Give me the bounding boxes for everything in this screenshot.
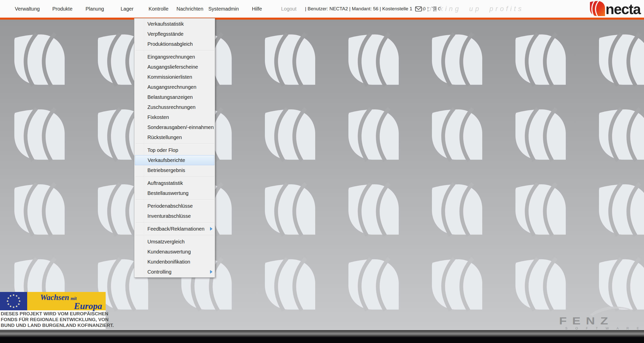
dropdown-item-label: Controlling	[147, 269, 172, 275]
dropdown-item-label: Top oder Flop	[147, 147, 178, 153]
footer-black-bar	[0, 337, 644, 343]
necta-logo: necta	[590, 1, 640, 17]
logo-wordmark: necta	[606, 2, 640, 16]
dropdown-separator	[136, 144, 214, 144]
dropdown-item-label: Auftragsstatistik	[147, 180, 183, 186]
dropdown-item-label: Kundenbonifikation	[147, 259, 190, 265]
dropdown-item-label: Rückstellungen	[147, 135, 182, 140]
dropdown-item-umsatzvergleich[interactable]: Umsatzvergleich	[134, 237, 215, 247]
dropdown-item-feedback-reklamationen[interactable]: Feedback/Reklamationen	[134, 224, 215, 234]
dropdown-item-ausgangslieferscheine[interactable]: Ausgangslieferscheine	[134, 62, 215, 72]
dropdown-item-label: Betriebsergebnis	[147, 167, 185, 173]
dropdown-item-periodenabschlüsse[interactable]: Periodenabschlüsse	[134, 201, 215, 211]
eu-funding-banner: Wachsenmit Europa DIESES PROJEKT WIRD VO…	[0, 292, 106, 329]
menubar-item-kontrolle[interactable]: Kontrolle	[149, 6, 169, 12]
dropdown-separator	[136, 177, 214, 177]
eu-banner-caption: DIESES PROJEKT WIRD VOM EUROPÄISCHEN FON…	[0, 310, 106, 329]
menubar-item-planung[interactable]: Planung	[86, 6, 104, 12]
dropdown-separator	[136, 199, 214, 200]
top-menubar: VerwaltungProduktePlanungLagerKontrolleN…	[0, 0, 644, 18]
eu-caption-line: FONDS FÜR REGIONALE ENTWICKLUNG, VON	[1, 317, 104, 322]
menubar-item-lager[interactable]: Lager	[120, 6, 133, 12]
mail-icon[interactable]	[415, 6, 422, 12]
dropdown-item-label: Verpflegsstände	[147, 31, 183, 37]
footer-gradient-bar	[0, 330, 644, 337]
dropdown-item-label: Kommissionierlisten	[147, 74, 192, 80]
dropdown-item-eingangsrechnungen[interactable]: Eingangsrechnungen	[134, 52, 215, 62]
dropdown-item-label: Fixkosten	[147, 114, 169, 120]
dropdown-item-fixkosten[interactable]: Fixkosten	[134, 112, 215, 122]
eu-title-wachsen: Wachsen	[40, 293, 69, 302]
dropdown-item-kommissionierlisten[interactable]: Kommissionierlisten	[134, 72, 215, 82]
app-window: VerwaltungProduktePlanungLagerKontrolleN…	[0, 0, 644, 343]
submenu-arrow-icon	[210, 270, 213, 274]
fenz-watermark: FENZ S O F T W A R E	[565, 314, 642, 330]
dropdown-item-inventurabschlüsse[interactable]: Inventurabschlüsse	[134, 211, 215, 221]
eu-title-europa: Europa	[40, 302, 102, 311]
dropdown-item-label: Periodenabschlüsse	[147, 203, 193, 209]
dropdown-item-kundenauswertung[interactable]: Kundenauswertung	[134, 247, 215, 257]
background-leaf-pattern	[0, 20, 644, 330]
dropdown-item-controlling[interactable]: Controlling	[134, 267, 215, 277]
eu-banner-title: Wachsenmit Europa	[27, 292, 106, 310]
dropdown-item-produktionsabgleich[interactable]: Produktionsabgleich	[134, 39, 215, 49]
dropdown-separator	[136, 235, 214, 236]
dropdown-item-label: Zuschussrechnungen	[147, 104, 195, 110]
desktop-background: Wachsenmit Europa DIESES PROJEKT WIRD VO…	[0, 20, 644, 330]
dropdown-item-kundenbonifikation[interactable]: Kundenbonifikation	[134, 257, 215, 267]
menubar-item-systemadmin[interactable]: Systemadmin	[208, 6, 239, 12]
dropdown-item-sonderausgaben-einnahmen[interactable]: Sonderausgaben/-einnahmen	[134, 122, 215, 132]
dropdown-item-top-oder-flop[interactable]: Top oder Flop	[134, 145, 215, 155]
dropdown-item-label: Kundenauswertung	[147, 249, 191, 254]
dropdown-item-label: Inventurabschlüsse	[147, 213, 191, 219]
dropdown-item-label: Belastungsanzeigen	[147, 94, 193, 100]
dropdown-item-label: Umsatzvergleich	[147, 239, 185, 244]
dropdown-item-label: Produktionsabgleich	[147, 41, 193, 47]
dropdown-separator	[136, 222, 214, 223]
dropdown-item-label: Feedback/Reklamationen	[147, 226, 205, 232]
dropdown-item-verkaufsstatistik[interactable]: Verkaufsstatistik	[134, 19, 215, 29]
menubar-item-hilfe[interactable]: Hilfe	[252, 6, 262, 12]
eu-flag-image	[0, 292, 27, 310]
necta-leaf-icon	[590, 1, 605, 18]
eu-title-mit: mit	[71, 296, 77, 301]
fenz-subtitle: S O F T W A R E	[565, 326, 642, 330]
logout-link[interactable]: Logout	[281, 6, 296, 12]
slogan-text: cooking up profits	[422, 0, 524, 18]
menubar-item-nachrichten[interactable]: Nachrichten	[177, 6, 204, 12]
dropdown-item-verpflegsstände[interactable]: Verpflegsstände	[134, 29, 215, 39]
dropdown-item-label: Eingangsrechnungen	[147, 54, 195, 60]
dropdown-item-belastungsanzeigen[interactable]: Belastungsanzeigen	[134, 92, 215, 102]
dropdown-separator	[136, 50, 214, 51]
dropdown-item-verkaufsberichte[interactable]: Verkaufsberichte	[135, 155, 214, 165]
dropdown-item-auftragsstatistik[interactable]: Auftragsstatistik	[134, 178, 215, 188]
submenu-arrow-icon	[210, 227, 213, 231]
menubar-item-produkte[interactable]: Produkte	[52, 6, 72, 12]
session-info-text: | Benutzer: NECTA2 | Mandant: 56 | Koste…	[305, 6, 412, 12]
dropdown-item-label: Sonderausgaben/-einnahmen	[147, 124, 214, 130]
dropdown-item-label: Verkaufsberichte	[148, 157, 185, 163]
main-menu: VerwaltungProduktePlanungLagerKontrolleN…	[15, 6, 281, 12]
fenz-name: FENZ	[559, 316, 642, 326]
dropdown-item-betriebsergebnis[interactable]: Betriebsergebnis	[134, 165, 215, 175]
kontrolle-dropdown-menu: VerkaufsstatistikVerpflegsständeProdukti…	[134, 18, 215, 278]
dropdown-item-ausgangsrechnungen[interactable]: Ausgangsrechnungen	[134, 82, 215, 92]
eu-caption-line: DIESES PROJEKT WIRD VOM EUROPÄISCHEN	[1, 311, 104, 317]
dropdown-item-zuschussrechnungen[interactable]: Zuschussrechnungen	[134, 102, 215, 112]
eu-caption-line: BUND UND LAND BURGENLAND KOFINANZIERT.	[1, 322, 104, 328]
dropdown-item-label: Ausgangsrechnungen	[147, 84, 196, 90]
menubar-item-verwaltung[interactable]: Verwaltung	[15, 6, 40, 12]
dropdown-item-label: Ausgangslieferscheine	[147, 64, 198, 70]
dropdown-item-label: Verkaufsstatistik	[147, 21, 184, 27]
dropdown-item-label: Bestellauswertung	[147, 190, 188, 196]
dropdown-item-bestellauswertung[interactable]: Bestellauswertung	[134, 188, 215, 198]
accent-divider	[0, 18, 644, 20]
dropdown-item-rückstellungen[interactable]: Rückstellungen	[134, 132, 215, 142]
